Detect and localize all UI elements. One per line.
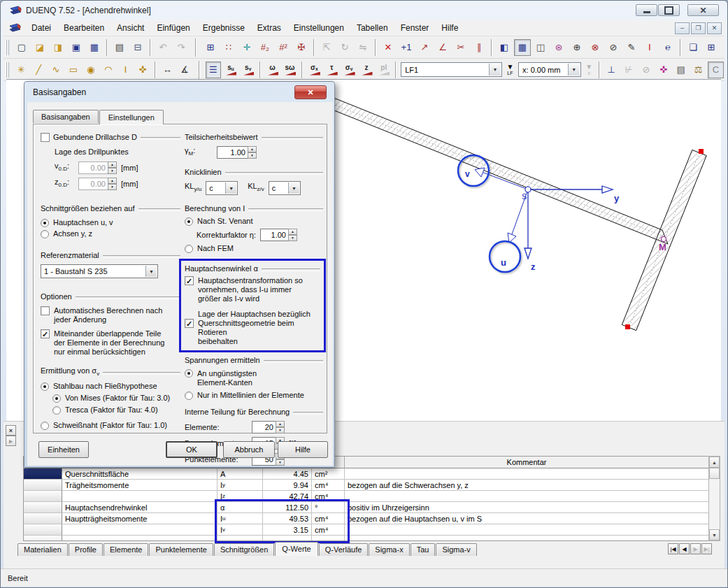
nav-prev-icon[interactable]: ◀ [679,543,690,554]
cell-description[interactable]: Hauptachsendrehwinkel [62,502,217,513]
c-profile-button[interactable]: C [708,62,724,78]
cell-symbol[interactable]: A [217,468,263,480]
cell-unit[interactable]: cm² [312,468,345,480]
line-button[interactable]: ╱ [31,62,47,78]
point-element-button[interactable]: ✜ [135,62,151,78]
menu-tabellen[interactable]: Tabellen [350,21,394,35]
fem-radio[interactable] [185,245,193,253]
cell-comment[interactable]: bezogen auf die Schwerachsen y, z [345,480,709,491]
kanten-radio[interactable] [185,369,193,378]
connect-button[interactable]: ∥ [471,39,487,56]
scrollbar-thumb[interactable] [709,468,720,479]
cell-empty[interactable] [62,536,217,541]
grid-points-button[interactable]: ∷ [220,39,237,56]
grid-crosshair-button[interactable]: ✛ [238,39,255,56]
result-tau-button[interactable]: τ [324,62,340,78]
trim-button[interactable]: ∠ [434,39,451,56]
table-tab-schnittgrößen[interactable]: Schnittgrößen [214,543,274,556]
report-button[interactable]: ▤ [673,62,689,78]
mises-radio[interactable] [52,394,61,403]
mdi-minimize-button[interactable]: – [675,22,690,34]
zoom-out-button[interactable]: ⊗ [587,39,604,56]
cell-comment[interactable]: bezogen auf die Hauptachsen u, v im S [345,513,709,524]
overlap-checkbox[interactable] [41,329,50,338]
scroll-up-icon[interactable]: ▲ [709,457,720,468]
table-tab-sigma-x[interactable]: Sigma-x [369,543,409,556]
cell-empty[interactable] [345,536,709,541]
hilfe-button[interactable]: Hilfe [278,441,328,458]
mdi-restore-button[interactable]: ❐ [691,22,706,34]
cell-value[interactable]: 9.94 [263,480,312,491]
lage-hauptachsen-checkbox[interactable] [185,319,194,328]
arc-button[interactable]: ◠ [100,62,116,78]
profile-database-button[interactable]: ◨ [50,39,66,56]
result-z-button[interactable]: z [359,62,375,78]
cell-description[interactable] [62,491,217,502]
kly-combo[interactable]: c▼ [206,181,238,195]
cell-description[interactable]: Hauptträgheitsmomente [62,513,217,524]
table-tab-tau[interactable]: Tau [411,543,436,556]
cell-comment[interactable] [345,491,709,502]
loadcase-combo[interactable]: LF1▼ [401,62,502,77]
row-header[interactable] [24,480,62,491]
dimension-x-button[interactable]: ↔ [159,62,176,78]
stahlbau-radio[interactable] [41,382,49,391]
result-sv-button[interactable]: sᵥ [240,62,256,78]
table-tab-punktelemente[interactable]: Punktelemente [149,543,213,556]
renumber-button[interactable]: +1 [398,39,415,56]
mittellinien-radio[interactable] [185,392,193,400]
autoberechnen-checkbox[interactable] [41,306,50,315]
row-header[interactable] [24,491,62,502]
menu-fenster[interactable]: Fenster [394,21,436,35]
schweissnaht-radio[interactable] [41,422,49,430]
circle-button[interactable]: ◉ [83,62,99,78]
cell-comment[interactable]: positiv im Uhrzeigersinn [345,502,709,513]
grid-double-button[interactable]: #² [275,39,292,56]
row-header[interactable] [24,468,62,480]
tab-einstellungen[interactable]: Einstellungen [99,110,164,124]
print-preview-button[interactable]: ⊟ [129,39,146,56]
new-file-button[interactable]: ▢ [13,39,30,56]
tab-basisangaben[interactable]: Basisangaben [33,110,99,123]
element-info-button[interactable]: ℮ [659,39,676,56]
row-header[interactable] [24,502,62,513]
chevron-down-icon[interactable]: ▼ [568,64,580,76]
panel-expand-icon[interactable]: ▸ [6,436,16,446]
cell-description[interactable] [62,524,217,536]
save-button[interactable]: ▣ [68,39,85,56]
table-tab-q-verläufe[interactable]: Q-Verläufe [319,543,369,556]
open-folder-button[interactable]: ◪ [31,39,48,56]
menu-datei[interactable]: Datei [25,21,57,35]
abbruch-button[interactable]: Abbruch [223,441,275,458]
move-button[interactable]: ↗ [416,39,433,56]
result-su-button[interactable]: sᵤ [222,62,238,78]
row-header[interactable] [24,524,62,536]
table-scrollbar[interactable]: ▲ ▼ [708,456,720,541]
polyline-button[interactable]: ∿ [48,62,64,78]
navigator-panel-button[interactable]: ◧ [496,39,513,56]
render-mode-button[interactable]: ✎ [623,39,640,56]
result-somega-button[interactable]: sω [282,62,298,78]
result-omega-button[interactable]: ω [264,62,280,78]
tables-toggle-button[interactable]: ▦ [514,39,531,56]
achsen-yz-radio[interactable] [41,230,49,238]
loadcase-apply-button[interactable]: ▼LF [505,62,515,78]
cell-symbol[interactable]: Iy [217,480,263,491]
print-button[interactable]: ▤ [111,39,128,56]
cell-description[interactable]: Trägheitsmomente [62,480,217,491]
gamma-spinner[interactable]: 1.00▲▼ [217,146,257,159]
korrektur-spinner[interactable]: 1.00▲▼ [260,229,297,241]
save-all-button[interactable]: ▦ [86,39,103,56]
dialog-close-button[interactable]: ✕ [294,85,327,99]
row-header[interactable] [24,536,62,541]
tresca-radio[interactable] [52,406,61,415]
norm-check-button[interactable]: ⚖ [690,62,706,78]
menu-hilfe[interactable]: Hilfe [435,21,464,35]
result-sigma-v-button[interactable]: σᵥ [341,62,357,78]
coordinate-combo[interactable]: x: 0.00 mm▼ [518,62,581,77]
tile-windows-button[interactable]: ⊞ [703,39,720,56]
maximize-button[interactable] [658,4,680,16]
toolbar-grabber[interactable] [6,62,9,78]
grid-half-button[interactable]: #₂ [257,39,273,56]
dialog-title-bar[interactable]: Basisangaben [24,82,334,102]
